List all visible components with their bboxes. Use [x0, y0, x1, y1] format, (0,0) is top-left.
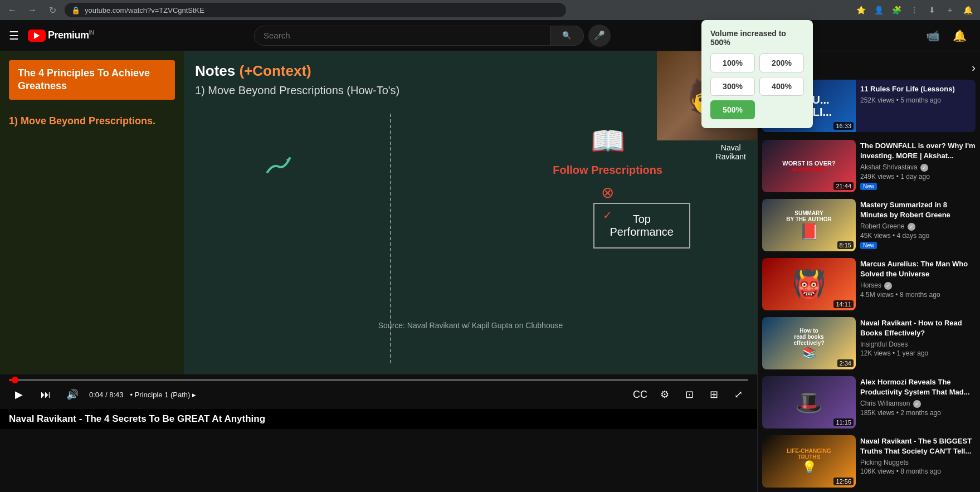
rec-info-naval-truths: Naval Ravikant - The 5 BIGGEST Truths Th…: [860, 435, 976, 488]
rec-title-naval-truths: Naval Ravikant - The 5 BIGGEST Truths Th…: [860, 436, 976, 456]
refresh-button[interactable]: ↻: [45, 2, 60, 18]
youtube-logo[interactable]: PremiumIN: [28, 30, 94, 42]
rec-channel-downfall: Akshat Shrivastava ✓: [860, 163, 976, 172]
download-button[interactable]: ⬇: [924, 2, 940, 18]
rec-duration-alex: 11:15: [833, 418, 854, 426]
address-bar[interactable]: 🔒 youtube.com/watch?v=TZVCgntStKE: [65, 3, 566, 17]
rec-video-marcus[interactable]: 👹 14:11 Marcus Aurelius: The Man Who Sol…: [762, 255, 976, 314]
chapter-label: • Principle 1 (Path) ▸: [130, 391, 623, 399]
next-button[interactable]: ⏭: [36, 384, 56, 405]
sidebar-point: 1) Move Beyond Prescriptions.: [9, 111, 175, 131]
rec-thumb-marcus: 👹 14:11: [762, 258, 856, 310]
volume-100-btn[interactable]: 100%: [710, 53, 755, 72]
rec-info-mastery: Mastery Summarized in 8 Minutes by Rober…: [860, 199, 976, 251]
add-video-button[interactable]: 📹: [922, 25, 944, 47]
notification-browser-button[interactable]: 🔔: [960, 2, 976, 18]
add-tab-button[interactable]: +: [942, 2, 958, 18]
rec-meta-marcus: 4.5M views • 8 months ago: [860, 291, 976, 299]
rec-meta-mastery: 45K views • 4 days ago: [860, 232, 976, 240]
search-button[interactable]: 🔍: [550, 26, 584, 46]
sidebar-title: The 4 Principles To Achieve Greatness: [9, 60, 175, 100]
follow-prescriptions-label: Follow Prescriptions: [553, 164, 662, 177]
volume-btn-grid: 100% 200% 300% 400% 500%: [710, 53, 804, 119]
rec-title-naval-books: Naval Ravikant - How to Read Books Effec…: [860, 318, 976, 338]
featured-duration: 16:33: [833, 122, 854, 130]
rec-thumb-naval-books: How toread bookseffectively? 📚 2:34: [762, 317, 856, 369]
video-player[interactable]: The 4 Principles To Achieve Greatness 1)…: [0, 51, 757, 374]
volume-200-btn[interactable]: 200%: [759, 53, 804, 72]
volume-popup: Volume increased to 500% 100% 200% 300% …: [701, 20, 813, 128]
logo-text: PremiumIN: [48, 30, 94, 41]
notification-button[interactable]: 🔔: [949, 25, 971, 47]
search-container: 🔍 🎤: [254, 25, 611, 47]
rec-video-alex[interactable]: 🎩 11:15 Alex Hormozi Reveals The Product…: [762, 373, 976, 432]
volume-300-btn[interactable]: 300%: [710, 77, 755, 96]
rec-video-naval-truths[interactable]: LIFE-CHANGINGTRUTHS 💡 12:56 Naval Ravika…: [762, 432, 976, 491]
notes-context: (+Context): [239, 62, 311, 79]
logo-icon: [28, 30, 46, 42]
rec-channel-mastery: Robert Greene ✓: [860, 222, 976, 231]
book-icon: 📖: [591, 125, 625, 157]
more-button[interactable]: ⋮: [906, 2, 922, 18]
rec-duration-marcus: 14:11: [833, 300, 854, 308]
rec-title-downfall: The DOWNFALL is over? Why I'm investing.…: [860, 141, 976, 161]
captions-button[interactable]: CC: [630, 384, 650, 405]
browser-chrome: ← → ↻ 🔒 youtube.com/watch?v=TZVCgntStKE …: [0, 0, 980, 20]
rec-info-alex: Alex Hormozi Reveals The Productivity Sy…: [860, 376, 976, 428]
rec-channel-naval-books: Insightful Doses: [860, 340, 976, 348]
main-area: The 4 Principles To Achieve Greatness 1)…: [0, 51, 980, 492]
progress-dot: [12, 377, 18, 383]
settings-button[interactable]: ⚙: [655, 384, 675, 405]
rec-video-naval-books[interactable]: How toread bookseffectively? 📚 2:34 Nava…: [762, 314, 976, 373]
volume-popup-title: Volume increased to 500%: [710, 29, 804, 47]
featured-meta: 252K views • 5 months ago: [860, 96, 971, 104]
controls-row: ▶ ⏭ 🔊 0:04 / 8:43 • Principle 1 (Path) ▸…: [9, 384, 748, 405]
volume-500-btn[interactable]: 500%: [710, 100, 755, 119]
progress-bar[interactable]: [9, 379, 748, 381]
rec-thumb-naval-truths: LIFE-CHANGINGTRUTHS 💡 12:56: [762, 435, 856, 488]
rec-thumb-downfall: WORST IS OVER? $1,000 SOON? 21:44: [762, 140, 856, 192]
search-bar[interactable]: [254, 26, 550, 46]
filter-next-arrow[interactable]: ›: [972, 61, 976, 74]
progress-fill: [9, 379, 15, 381]
voice-search-button[interactable]: 🎤: [588, 25, 611, 47]
right-controls: CC ⚙ ⊡ ⊞ ⤢: [630, 384, 748, 405]
miniplayer-button[interactable]: ⊡: [679, 384, 699, 405]
featured-info: 11 Rules For Life (Lessons) 252K views •…: [856, 80, 976, 132]
forward-button[interactable]: →: [25, 2, 40, 18]
rec-badge-mastery: New: [860, 242, 877, 249]
x-mark-icon: ⊗: [601, 183, 614, 202]
rec-duration-naval-truths: 12:56: [833, 478, 854, 485]
lock-icon: 🔒: [71, 6, 80, 14]
rec-meta-naval-books: 12K views • 1 year ago: [860, 349, 976, 357]
video-player-container: The 4 Principles To Achieve Greatness 1)…: [0, 51, 757, 429]
play-button[interactable]: ▶: [9, 384, 29, 405]
rec-info-naval-books: Naval Ravikant - How to Read Books Effec…: [860, 317, 976, 369]
bookmark-button[interactable]: ⭐: [853, 2, 869, 18]
theater-button[interactable]: ⊞: [704, 384, 724, 405]
hamburger-menu[interactable]: ☰: [9, 29, 19, 42]
rec-duration-downfall: 21:44: [833, 182, 854, 190]
volume-button[interactable]: 🔊: [62, 384, 82, 405]
naval-name: NavalRavikant: [716, 143, 746, 161]
rec-channel-alex: Chris Williamson ✓: [860, 400, 976, 408]
rec-video-mastery[interactable]: SUMMARYBY THE AUTHOR 📕 8:15 Mastery Summ…: [762, 196, 976, 255]
performance-box: Top Performance: [593, 203, 691, 249]
browser-right-icons: ⭐ 👤 🧩 ⋮ ⬇ + 🔔: [853, 2, 976, 18]
rec-channel-marcus: Horses ✓: [860, 281, 976, 290]
back-button[interactable]: ←: [4, 2, 20, 18]
rec-meta-downfall: 249K views • 1 day ago: [860, 173, 976, 181]
youtube-header: ☰ PremiumIN 🔍 🎤 📹 🔔: [0, 20, 980, 51]
volume-400-btn[interactable]: 400%: [759, 77, 804, 96]
rec-meta-naval-truths: 106K views • 8 months ago: [860, 467, 976, 475]
rec-title-marcus: Marcus Aurelius: The Man Who Solved the …: [860, 259, 976, 279]
extensions-button[interactable]: 🧩: [889, 2, 904, 18]
profile-button[interactable]: 👤: [871, 2, 886, 18]
rec-video-downfall[interactable]: WORST IS OVER? $1,000 SOON? 21:44 The DO…: [762, 137, 976, 196]
content-area: The 4 Principles To Achieve Greatness 1)…: [0, 51, 757, 492]
rec-thumb-alex: 🎩 11:15: [762, 376, 856, 428]
performance-label1: Top: [610, 213, 674, 226]
rec-meta-alex: 185K views • 2 months ago: [860, 409, 976, 417]
search-input[interactable]: [264, 31, 541, 40]
fullscreen-button[interactable]: ⤢: [728, 384, 748, 405]
